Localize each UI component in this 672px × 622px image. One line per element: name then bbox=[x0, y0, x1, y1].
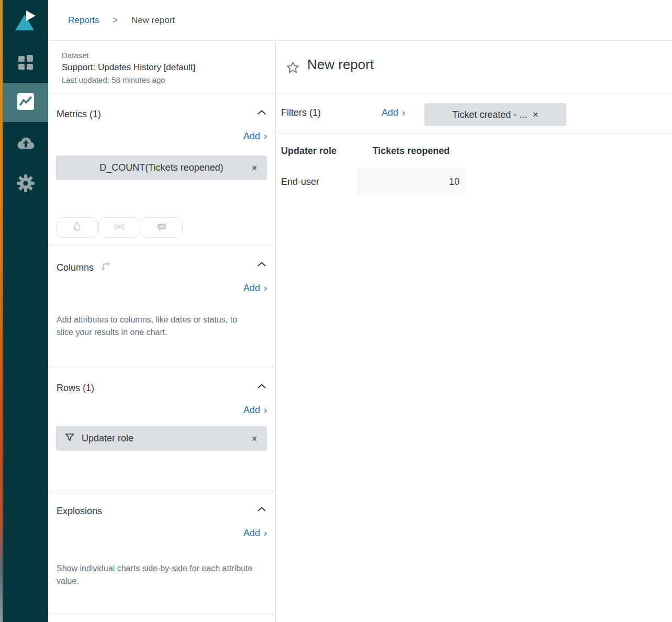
filters-row: Filters (1) Add› Ticket created - ... ✕ bbox=[276, 94, 672, 134]
droplet-icon bbox=[71, 220, 83, 235]
columns-collapse-button[interactable] bbox=[257, 262, 266, 266]
columns-helper-text: Add attributes to columns, like dates or… bbox=[57, 314, 245, 339]
gear-icon bbox=[16, 173, 36, 195]
columns-add-button[interactable]: Add› bbox=[243, 283, 267, 294]
metric-chip[interactable]: D_COUNT(Tickets reopened) ✕ bbox=[56, 156, 267, 180]
rows-section: Rows (1) Add› Updater role ✕ bbox=[48, 368, 275, 491]
app-sidebar bbox=[3, 0, 48, 622]
row-chip-remove-button[interactable]: ✕ bbox=[251, 435, 257, 442]
swap-axis-icon[interactable] bbox=[99, 261, 111, 275]
columns-section: Columns Add› Add attributes to columns, … bbox=[48, 246, 275, 368]
chevron-right-icon: › bbox=[264, 405, 267, 416]
dashboards-grid-icon bbox=[17, 53, 35, 73]
top-bar: Reports > New report bbox=[48, 0, 672, 41]
report-title-row: New report bbox=[276, 41, 672, 94]
columns-add-label: Add bbox=[243, 283, 260, 294]
metrics-add-button[interactable]: Add› bbox=[243, 131, 267, 142]
breadcrumb-separator: > bbox=[113, 16, 118, 25]
explosions-collapse-button[interactable] bbox=[257, 507, 266, 512]
breadcrumb: Reports > New report bbox=[68, 15, 175, 26]
metric-tool-buttons bbox=[56, 217, 183, 238]
metric-chip-remove-button[interactable]: ✕ bbox=[251, 164, 257, 172]
rows-title: Rows (1) bbox=[57, 383, 94, 394]
chart-report-icon bbox=[17, 93, 35, 113]
results-header-attribute: Updater role bbox=[281, 146, 356, 157]
row-chip-label: Updater role bbox=[82, 433, 133, 444]
filters-add-label: Add bbox=[382, 107, 398, 118]
droplet-tool-button[interactable] bbox=[56, 217, 98, 238]
comment-tool-button[interactable] bbox=[141, 217, 183, 238]
results-row-attribute: End-user bbox=[281, 168, 319, 196]
sidebar-item-settings[interactable] bbox=[3, 173, 48, 196]
rows-collapse-button[interactable] bbox=[257, 384, 266, 388]
report-canvas: New report Filters (1) Add› Ticket creat… bbox=[276, 41, 672, 622]
metric-chip-label: D_COUNT(Tickets reopened) bbox=[99, 162, 223, 173]
breadcrumb-current: New report bbox=[131, 15, 175, 26]
chevron-up-icon bbox=[257, 504, 266, 513]
rows-add-button[interactable]: Add› bbox=[243, 405, 267, 416]
dataset-name: Support: Updates History [default] bbox=[62, 61, 265, 74]
filters-label: Filters (1) bbox=[281, 107, 321, 118]
filter-chip[interactable]: Ticket created - ... ✕ bbox=[424, 103, 566, 126]
chevron-right-icon: › bbox=[264, 528, 267, 539]
results-header-metric: Tickets reopened bbox=[356, 146, 466, 157]
explosions-title: Explosions bbox=[57, 506, 102, 517]
broadcast-icon bbox=[113, 220, 126, 235]
results-row-value[interactable]: 10 bbox=[356, 168, 466, 196]
columns-title: Columns bbox=[57, 262, 94, 273]
dataset-label: Dataset bbox=[62, 50, 265, 61]
sidebar-item-logo[interactable] bbox=[3, 7, 48, 36]
report-builder-panel: Dataset Support: Updates History [defaul… bbox=[48, 41, 276, 622]
chevron-right-icon: › bbox=[264, 131, 267, 142]
metrics-title: Metrics (1) bbox=[57, 109, 101, 120]
explosions-helper-text: Show individual charts side-by-side for … bbox=[57, 562, 266, 587]
rows-add-label: Add bbox=[243, 405, 260, 416]
breadcrumb-reports-link[interactable]: Reports bbox=[68, 15, 99, 26]
cloud-upload-icon bbox=[15, 136, 37, 153]
filters-add-button[interactable]: Add› bbox=[382, 107, 405, 118]
explosions-add-label: Add bbox=[243, 528, 260, 539]
chevron-up-icon bbox=[257, 107, 266, 116]
explosions-add-button[interactable]: Add› bbox=[243, 528, 267, 539]
chevron-up-icon bbox=[257, 259, 266, 268]
chevron-up-icon bbox=[257, 381, 266, 390]
chevron-right-icon: › bbox=[264, 283, 267, 294]
sidebar-item-reports-active[interactable] bbox=[3, 83, 48, 122]
broadcast-tool-button[interactable] bbox=[98, 217, 140, 238]
metrics-add-label: Add bbox=[243, 131, 260, 142]
favorite-star-icon[interactable] bbox=[286, 61, 300, 74]
explosions-section: Explosions Add› Show individual charts s… bbox=[48, 491, 275, 614]
dataset-last-updated: Last updated: 58 minutes ago bbox=[62, 74, 265, 86]
sidebar-item-dashboards[interactable] bbox=[3, 50, 48, 76]
dataset-info: Dataset Support: Updates History [defaul… bbox=[48, 41, 275, 94]
report-title: New report bbox=[307, 57, 374, 73]
row-attribute-chip[interactable]: Updater role ✕ bbox=[56, 426, 267, 451]
filter-chip-remove-button[interactable]: ✕ bbox=[532, 111, 539, 118]
metrics-collapse-button[interactable] bbox=[257, 110, 266, 115]
chat-bubble-icon bbox=[155, 220, 168, 235]
sidebar-item-datasets[interactable] bbox=[3, 132, 48, 157]
filter-funnel-icon bbox=[64, 432, 75, 445]
filter-chip-label: Ticket created - ... bbox=[452, 109, 527, 120]
explore-logo-icon bbox=[14, 9, 38, 34]
chevron-right-icon: › bbox=[402, 107, 405, 118]
metrics-section: Metrics (1) Add› D_COUNT(Tickets reopene… bbox=[48, 94, 275, 246]
